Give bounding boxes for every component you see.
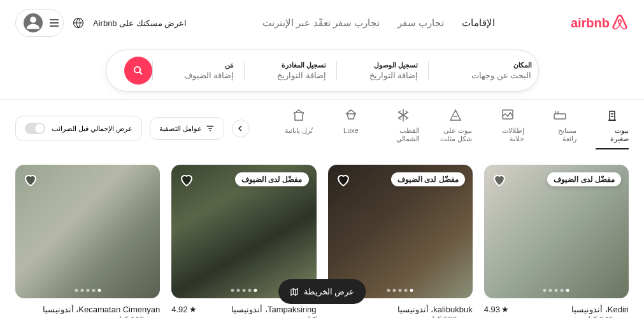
listing-rating: ★ 4.93 [484,305,509,314]
listing-image[interactable] [15,165,160,298]
tab-experiences[interactable]: تجارب سفر [397,17,444,29]
globe-icon[interactable] [73,17,84,29]
listing-card[interactable]: مفضّل لدى الضيوف Kediri، أندونيسيا★ 4.93… [484,165,629,318]
listing-card[interactable]: Kecamatan Cimenyan، أندونيسيا يبعد 115 ك… [15,165,160,318]
cat-luxe[interactable]: Luxe [334,107,368,139]
scroll-left-button[interactable] [232,120,250,137]
heart-icon[interactable] [23,172,38,188]
tax-toggle[interactable]: عرض الإجمالي قبل الضرائب [15,116,142,141]
filter-icon [206,124,215,133]
listing-image[interactable]: مفضّل لدى الضيوف [328,165,473,298]
tab-online[interactable]: تجارب سفر تعقّد عبر الإنترنت [262,17,380,29]
carousel-dots [387,289,413,292]
cat-arctic[interactable]: القطب الشمالي [387,107,420,148]
listing-title: kalibukbuk، أندونيسيا [397,305,473,314]
search-checkout[interactable]: تسجيل المغادرة إضافة التواريخ [244,61,336,80]
heart-icon[interactable] [336,172,351,188]
guest-favorite-badge: مفضّل لدى الضيوف [547,172,621,186]
logo[interactable]: airbnb [571,14,629,32]
menu-icon [49,18,59,28]
cat-pools[interactable]: مسابح رائعة [543,107,576,148]
cat-views[interactable]: إطلالات خلابة [491,107,524,148]
profile-menu-button[interactable] [15,9,64,37]
svg-rect-2 [610,111,615,120]
heart-icon[interactable] [492,172,507,188]
carousel-dots [543,289,569,292]
listing-distance: يبعد 949 كيلومتر [484,315,629,318]
cat-aframes[interactable]: بيوت على شكل مثلث [439,107,472,148]
listing-image[interactable]: مفضّل لدى الضيوف [484,165,629,298]
carousel-dots [231,289,257,292]
search-checkin[interactable]: تسجيل الوصول إضافة التواريخ [336,61,429,80]
guest-favorite-badge: مفضّل لدى الضيوف [235,172,309,186]
listing-title: Kediri، أندونيسيا [571,305,629,314]
guest-favorite-badge: مفضّل لدى الضيوف [391,172,465,186]
listing-rating: ★ 4.92 [171,305,196,314]
heart-icon[interactable] [179,172,194,188]
listing-title: Tampaksiring، أندونيسيا [231,305,316,314]
search-where[interactable]: المكان البحث عن وجهات [428,61,531,80]
listing-title: Kecamatan Cimenyan، أندونيسيا [43,305,161,314]
cat-tiny-homes[interactable]: بيوت صغيرة [596,107,629,149]
listing-distance: يبعد 928 كيلومتر [328,315,473,318]
nav-tabs: الإقامات تجارب سفر تجارب سفر تعقّد عبر ا… [262,17,495,29]
search-who[interactable]: مَن إضافة الضيوف [152,61,245,80]
listing-distance: يبعد 115 كيلومتر [15,315,160,318]
switch-icon [25,123,45,134]
host-link[interactable]: اعرض مسكنك على Airbnb [93,18,187,28]
svg-rect-3 [554,114,566,119]
carousel-dots [75,289,101,292]
cat-domes[interactable]: قباب [257,107,263,140]
map-icon [290,287,299,296]
search-button[interactable] [124,57,152,85]
show-map-button[interactable]: عرض الخريطة [278,279,366,304]
svg-point-1 [134,67,140,73]
avatar [24,13,43,32]
listing-distance: كيلومتر [171,315,316,318]
logo-text: airbnb [571,16,610,31]
cat-ryokan[interactable]: نُزل يابانية [282,107,315,140]
search-icon [133,66,143,76]
filters-button[interactable]: عوامل التصفية [150,117,224,140]
tab-stays[interactable]: الإقامات [462,17,495,29]
listing-image[interactable]: مفضّل لدى الضيوف [171,165,316,298]
category-list: بيوت صغيرة مسابح رائعة إطلالات خلابة بيو… [257,107,629,149]
chevron-left-icon [238,125,244,132]
search-bar[interactable]: المكان البحث عن وجهات تسجيل الوصول إضافة… [106,50,539,92]
